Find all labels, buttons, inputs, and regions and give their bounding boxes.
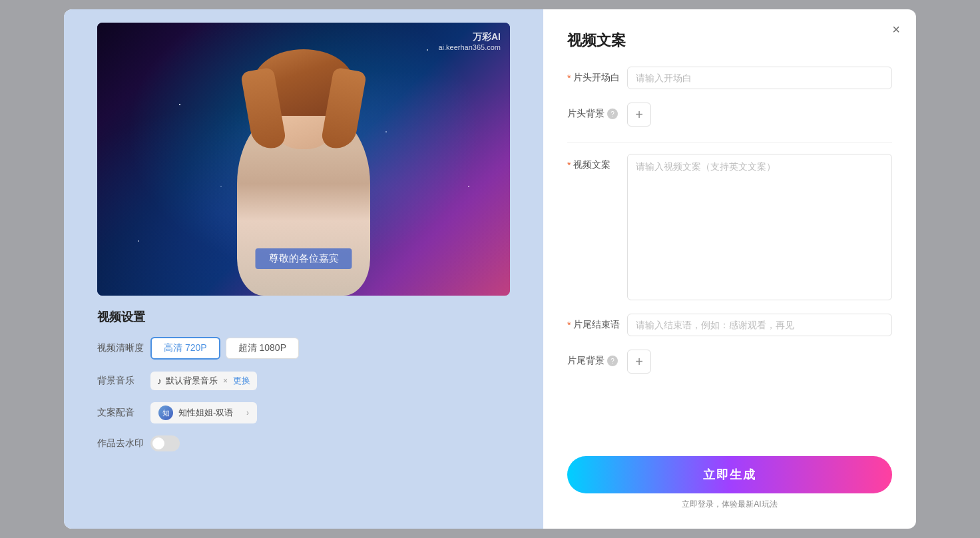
- watermark-logo: 万彩AI: [438, 31, 501, 43]
- modal-container: 尊敬的各位嘉宾 万彩AI ai.keerhan365.com 视频设置 视频清晰…: [64, 9, 916, 529]
- voice-label: 文案配音: [97, 407, 150, 419]
- script-textarea[interactable]: [627, 154, 892, 300]
- music-close-button[interactable]: ×: [223, 376, 228, 386]
- header-bg-label: 片头背景 ?: [567, 103, 627, 120]
- right-panel: × 视频文案 * 片头开场白 片头背景 ? +: [543, 9, 916, 529]
- settings-title: 视频设置: [97, 309, 510, 325]
- opening-label: * 片头开场白: [567, 67, 627, 84]
- divider: [567, 142, 892, 143]
- watermark-toggle-label: 作品去水印: [97, 437, 150, 449]
- ending-row: * 片尾结束语: [567, 314, 892, 336]
- quality-label: 视频清晰度: [97, 342, 150, 354]
- video-preview: 尊敬的各位嘉宾 万彩AI ai.keerhan365.com: [97, 23, 510, 296]
- video-subtitle: 尊敬的各位嘉宾: [256, 248, 352, 269]
- music-tag: ♪ 默认背景音乐 × 更换: [150, 372, 257, 390]
- ending-label: * 片尾结束语: [567, 314, 627, 331]
- watermark-row: 作品去水印: [97, 435, 510, 451]
- voice-row: 文案配音 知 知性姐姐-双语 ›: [97, 402, 510, 423]
- script-row: * 视频文案: [567, 154, 892, 300]
- opening-input[interactable]: [627, 67, 892, 89]
- panel-title: 视频文案: [567, 31, 892, 51]
- login-hint-text: 立即登录，体验最新AI玩法: [682, 499, 777, 509]
- footer-bg-add-button[interactable]: +: [627, 350, 651, 374]
- avatar-head: [267, 63, 340, 149]
- header-bg-add-button[interactable]: +: [627, 103, 651, 127]
- voice-chevron-icon: ›: [246, 408, 249, 417]
- quality-720p-button[interactable]: 高清 720P: [150, 337, 220, 360]
- required-star-2: *: [567, 160, 571, 170]
- modal-overlay: 尊敬的各位嘉宾 万彩AI ai.keerhan365.com 视频设置 视频清晰…: [0, 0, 980, 538]
- footer-bg-help-icon[interactable]: ?: [607, 356, 618, 366]
- close-button[interactable]: ×: [892, 23, 900, 36]
- voice-name: 知性姐姐-双语: [178, 407, 233, 419]
- header-bg-help-icon[interactable]: ?: [607, 109, 618, 119]
- music-row: 背景音乐 ♪ 默认背景音乐 × 更换: [97, 372, 510, 390]
- footer-bg-label: 片尾背景 ?: [567, 350, 627, 367]
- required-star-3: *: [567, 320, 571, 330]
- settings-section: 视频设置 视频清晰度 高清 720P 超清 1080P 背景音乐 ♪ 默认背景音…: [97, 296, 510, 463]
- login-hint: 立即登录，体验最新AI玩法: [567, 499, 892, 510]
- voice-left: 知 知性姐姐-双语: [158, 405, 233, 420]
- required-star-1: *: [567, 73, 571, 83]
- music-change-button[interactable]: 更换: [233, 375, 250, 387]
- ending-input[interactable]: [627, 314, 892, 336]
- generate-button[interactable]: 立即生成: [567, 456, 892, 493]
- voice-avatar-icon: 知: [158, 405, 173, 420]
- watermark: 万彩AI ai.keerhan365.com: [438, 31, 501, 52]
- script-label: * 视频文案: [567, 154, 627, 171]
- voice-selector[interactable]: 知 知性姐姐-双语 ›: [150, 402, 257, 423]
- music-name: 默认背景音乐: [166, 375, 218, 387]
- left-panel: 尊敬的各位嘉宾 万彩AI ai.keerhan365.com 视频设置 视频清晰…: [64, 9, 543, 529]
- watermark-toggle[interactable]: [150, 435, 180, 451]
- music-label: 背景音乐: [97, 375, 150, 387]
- opening-row: * 片头开场白: [567, 67, 892, 89]
- quality-1080p-button[interactable]: 超清 1080P: [226, 338, 299, 359]
- quality-row: 视频清晰度 高清 720P 超清 1080P: [97, 337, 510, 360]
- music-icon: ♪: [157, 376, 162, 386]
- footer-bg-row: 片尾背景 ? +: [567, 350, 892, 374]
- watermark-url: ai.keerhan365.com: [438, 43, 501, 52]
- header-bg-row: 片头背景 ? +: [567, 103, 892, 127]
